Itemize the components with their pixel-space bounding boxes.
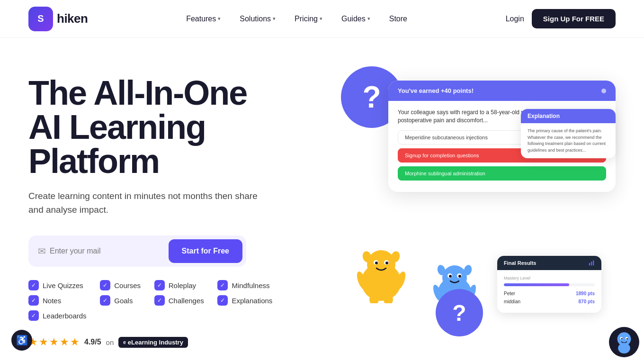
- hero-left-content: The All-In-One AI Learning Platform Crea…: [28, 66, 303, 348]
- feature-courses: ✓ Courses: [100, 280, 143, 290]
- start-free-button[interactable]: Start for Free: [169, 239, 242, 263]
- rating-on: on: [106, 338, 114, 346]
- close-dot: [601, 89, 606, 93]
- page-mascot-button[interactable]: [609, 327, 639, 357]
- hero-subtitle: Create learning content in minutes not m…: [28, 190, 275, 217]
- results-header: Final Results: [497, 256, 601, 270]
- email-input[interactable]: [50, 243, 165, 259]
- signup-button[interactable]: Sign Up For FREE: [532, 9, 616, 28]
- dashboard-header-text: You've earned +40 points!: [398, 87, 474, 94]
- star-5: ★: [70, 336, 80, 348]
- star-4: ★: [60, 336, 69, 348]
- check-icon: ✓: [28, 310, 39, 321]
- accessibility-button[interactable]: ♿: [11, 330, 32, 351]
- rating-score: 4.9/5: [84, 338, 101, 346]
- nav-item-features[interactable]: Features ▾: [179, 11, 228, 27]
- logo-link[interactable]: S hiken: [28, 7, 88, 31]
- nav-actions: Login Sign Up For FREE: [506, 9, 616, 28]
- nav-item-solutions[interactable]: Solutions ▾: [232, 11, 283, 27]
- dashboard-header: You've earned +40 points!: [388, 81, 616, 101]
- results-title: Final Results: [504, 260, 536, 266]
- star-3: ★: [49, 336, 59, 348]
- check-icon: ✓: [154, 280, 165, 290]
- chevron-down-icon: ▾: [320, 16, 322, 22]
- nav-item-store[interactable]: Store: [382, 11, 415, 27]
- feature-tags: ✓ Live Quizzes ✓ Courses ✓ Roleplay ✓ Mi…: [28, 280, 275, 321]
- results-body: Mastery Level Peter 1890 pts middian 870…: [497, 270, 601, 313]
- result-row-peter: Peter 1890 pts: [504, 291, 595, 296]
- question-bubble-small: ?: [436, 289, 483, 336]
- svg-point-13: [442, 265, 467, 290]
- email-form: ✉ Start for Free: [28, 235, 246, 267]
- star-2: ★: [39, 336, 48, 348]
- mastery-progress-bar: [504, 283, 595, 286]
- hero-section: The All-In-One AI Learning Platform Crea…: [0, 38, 644, 362]
- explanation-header: Explanation: [521, 109, 616, 123]
- hero-title: The All-In-One AI Learning Platform: [28, 76, 303, 178]
- nav-links: Features ▾ Solutions ▾ Pricing ▾ Guides …: [179, 11, 415, 27]
- feature-challenges: ✓ Challenges: [154, 295, 206, 306]
- check-icon: ✓: [28, 280, 39, 290]
- email-icon: ✉: [38, 245, 46, 257]
- navigation: S hiken Features ▾ Solutions ▾ Pricing ▾…: [0, 0, 644, 38]
- explanation-body: The primary cause of the patient's pain.…: [521, 123, 616, 158]
- chevron-down-icon: ▾: [367, 16, 370, 22]
- nav-item-pricing[interactable]: Pricing ▾: [287, 11, 330, 27]
- feature-explanations: ✓ Explanations: [217, 295, 275, 306]
- check-icon: ✓: [100, 280, 110, 290]
- svg-rect-26: [593, 261, 594, 266]
- svg-rect-25: [591, 262, 592, 265]
- feature-leaderboards: ✓ Leaderboards: [28, 310, 89, 321]
- svg-point-32: [618, 343, 630, 353]
- svg-point-31: [626, 338, 628, 339]
- nav-item-guides[interactable]: Guides ▾: [334, 11, 378, 27]
- feature-goals: ✓ Goals: [100, 295, 143, 306]
- option-3-correct[interactable]: Morphine sublingual administration: [398, 166, 606, 181]
- feature-mindfulness: ✓ Mindfulness: [217, 280, 275, 290]
- mastery-label: Mastery Level: [504, 276, 595, 281]
- check-icon: ✓: [217, 280, 228, 290]
- logo-text: hiken: [57, 11, 88, 26]
- result-row-middian: middian 870 pts: [504, 299, 595, 304]
- svg-point-17: [458, 275, 461, 278]
- star-rating: ★ ★ ★ ★ ★: [28, 336, 80, 348]
- svg-rect-24: [589, 263, 590, 265]
- results-card: Final Results Mastery Level Peter 1890 p…: [497, 256, 601, 313]
- check-icon: ✓: [28, 295, 39, 306]
- svg-point-30: [621, 338, 623, 339]
- chevron-down-icon: ▾: [273, 16, 276, 22]
- svg-point-16: [449, 275, 452, 278]
- svg-point-5: [385, 262, 388, 264]
- hero-illustration: ? You've earned +40 points! Your colleag…: [322, 66, 616, 341]
- elearning-logo: e eLearning Industry: [118, 337, 188, 348]
- svg-point-1: [367, 250, 395, 279]
- check-icon: ✓: [100, 295, 110, 306]
- mascot-yellow: [355, 246, 407, 303]
- check-icon: ✓: [154, 295, 165, 306]
- login-button[interactable]: Login: [506, 15, 524, 23]
- analytics-icon: [588, 260, 595, 266]
- logo-icon: S: [28, 7, 53, 31]
- feature-notes: ✓ Notes: [28, 295, 89, 306]
- feature-roleplay: ✓ Roleplay: [154, 280, 206, 290]
- check-icon: ✓: [217, 295, 228, 306]
- svg-point-4: [375, 262, 378, 264]
- chevron-down-icon: ▾: [218, 16, 221, 22]
- rating-row: ★ ★ ★ ★ ★ 4.9/5 on e eLearning Industry: [28, 336, 303, 348]
- explanation-card: Explanation The primary cause of the pat…: [521, 109, 616, 158]
- feature-live-quizzes: ✓ Live Quizzes: [28, 280, 89, 290]
- mastery-bar-fill: [504, 283, 569, 286]
